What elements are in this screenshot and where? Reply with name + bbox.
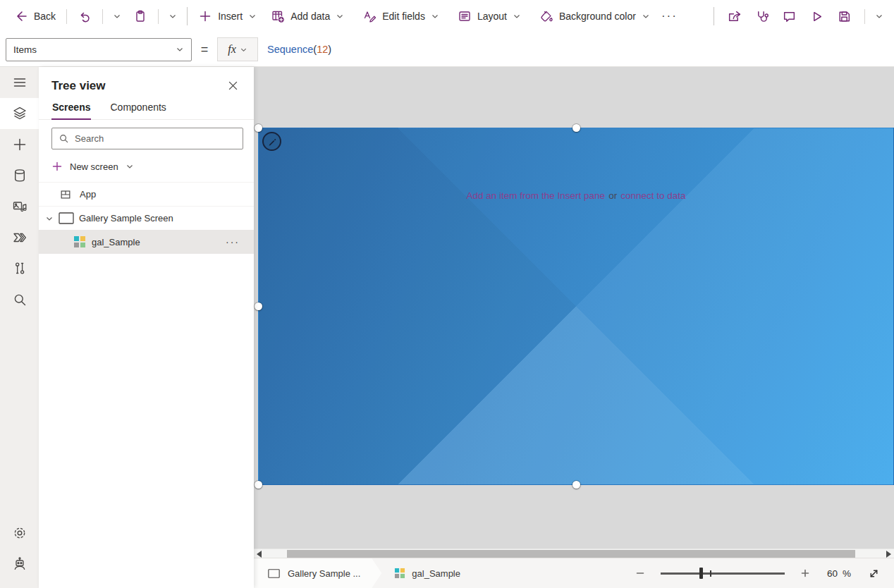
property-selector[interactable]: Items bbox=[6, 38, 192, 61]
chevron-down-icon bbox=[240, 46, 247, 54]
zoom-slider[interactable] bbox=[661, 568, 785, 579]
rail-settings-button[interactable] bbox=[0, 517, 39, 549]
app-icon bbox=[59, 188, 72, 201]
top-toolbar: Back Insert Add data Edit fields Layout … bbox=[0, 0, 894, 32]
background-color-button[interactable]: Background color bbox=[535, 6, 654, 27]
save-button[interactable] bbox=[831, 6, 858, 27]
resize-handle-top-left[interactable] bbox=[255, 124, 262, 132]
edit-pencil-badge[interactable] bbox=[262, 132, 281, 151]
gallery-icon bbox=[395, 568, 405, 578]
edit-fields-icon bbox=[362, 9, 376, 23]
new-screen-label: New screen bbox=[70, 161, 118, 172]
insert-pane-link[interactable]: Add an item from the Insert pane bbox=[467, 190, 606, 201]
background-color-icon bbox=[539, 9, 553, 23]
search-icon bbox=[11, 291, 28, 308]
tree-row-label: gal_Sample bbox=[92, 237, 140, 247]
app-checker-button[interactable] bbox=[748, 6, 776, 27]
fit-to-window-button[interactable] bbox=[865, 565, 883, 582]
divider bbox=[187, 7, 188, 25]
zoom-slider-track[interactable] bbox=[661, 572, 785, 575]
formula-close-paren: ) bbox=[328, 44, 331, 55]
scroll-right-arrow[interactable] bbox=[886, 551, 891, 558]
tree-row-app[interactable]: App bbox=[39, 182, 254, 206]
canvas-area[interactable]: Add an item from the Insert paneorconnec… bbox=[254, 67, 894, 549]
zoom-percentage-value: 60 bbox=[827, 568, 838, 579]
layout-label: Layout bbox=[477, 11, 507, 22]
breadcrumb-gallery[interactable]: gal_Sample bbox=[381, 568, 460, 579]
left-rail bbox=[0, 67, 39, 588]
share-button[interactable] bbox=[721, 6, 748, 27]
gallery-icon bbox=[74, 236, 85, 247]
layout-button[interactable]: Layout bbox=[453, 6, 525, 27]
screen-icon bbox=[268, 569, 280, 578]
resize-handle-left-center[interactable] bbox=[255, 302, 262, 310]
new-screen-button[interactable]: New screen bbox=[51, 156, 241, 177]
fx-button[interactable]: fx bbox=[217, 37, 258, 61]
search-input[interactable] bbox=[75, 133, 236, 144]
comments-button[interactable] bbox=[776, 6, 803, 27]
tree-view-panel: Tree view Screens Components New screen … bbox=[39, 67, 254, 588]
tree-row-gal-sample[interactable]: gal_Sample ··· bbox=[39, 230, 254, 254]
tab-screens[interactable]: Screens bbox=[51, 102, 91, 120]
scroll-left-arrow[interactable] bbox=[257, 551, 262, 558]
toolbar-overflow-button[interactable]: ··· bbox=[654, 9, 685, 23]
close-panel-button[interactable] bbox=[225, 78, 241, 94]
back-arrow-icon bbox=[14, 9, 28, 23]
tab-components[interactable]: Components bbox=[109, 102, 166, 119]
undo-dropdown-chevron[interactable] bbox=[109, 9, 125, 23]
insert-label: Insert bbox=[218, 11, 243, 22]
tree-search-box[interactable] bbox=[51, 128, 243, 149]
plus-icon bbox=[198, 9, 212, 23]
undo-button[interactable] bbox=[73, 6, 96, 27]
play-icon bbox=[809, 9, 824, 24]
insert-button[interactable]: Insert bbox=[194, 6, 261, 27]
formula-input[interactable]: Sequence(12) bbox=[258, 37, 894, 61]
screen-canvas[interactable]: Add an item from the Insert paneorconnec… bbox=[258, 128, 894, 485]
edit-fields-button[interactable]: Edit fields bbox=[358, 6, 443, 27]
resize-handle-bottom-center[interactable] bbox=[572, 481, 580, 489]
paste-dropdown-chevron[interactable] bbox=[165, 9, 180, 23]
connect-to-data-link[interactable]: connect to data bbox=[620, 190, 685, 201]
rail-virtual-agent-button[interactable] bbox=[0, 549, 39, 580]
preview-button[interactable] bbox=[803, 6, 831, 27]
rail-menu-button[interactable] bbox=[0, 67, 39, 98]
tree-row-label: App bbox=[80, 189, 96, 200]
divider bbox=[714, 7, 714, 25]
zoom-out-button[interactable] bbox=[630, 564, 651, 582]
rail-data-button[interactable] bbox=[0, 160, 39, 191]
resize-handle-top-center[interactable] bbox=[572, 124, 580, 132]
rail-advanced-tools-button[interactable] bbox=[0, 253, 39, 284]
chevron-down-icon bbox=[125, 162, 134, 171]
breadcrumb-screen[interactable]: Gallery Sample ... bbox=[254, 558, 381, 588]
clipboard-icon bbox=[133, 9, 147, 23]
minus-icon bbox=[635, 568, 645, 578]
zoom-slider-thumb[interactable] bbox=[699, 568, 703, 579]
paste-button[interactable] bbox=[129, 6, 152, 27]
chevron-down-icon bbox=[336, 12, 344, 20]
expand-diagonal-icon bbox=[868, 568, 880, 580]
chevron-down-icon bbox=[431, 12, 439, 20]
background-color-label: Background color bbox=[559, 11, 636, 22]
fx-label: fx bbox=[228, 43, 236, 56]
add-data-button[interactable]: Add data bbox=[267, 6, 348, 27]
chevron-down-icon bbox=[113, 12, 121, 20]
resize-handle-bottom-left[interactable] bbox=[255, 481, 262, 489]
row-overflow-button[interactable]: ··· bbox=[226, 236, 240, 247]
tree-row-screen[interactable]: Gallery Sample Screen bbox=[39, 206, 254, 230]
rail-tree-view-button[interactable] bbox=[0, 98, 39, 129]
save-dropdown-chevron[interactable] bbox=[871, 9, 887, 23]
rail-power-automate-button[interactable] bbox=[0, 222, 39, 253]
back-button[interactable]: Back bbox=[10, 6, 60, 27]
zoom-in-button[interactable] bbox=[795, 564, 816, 582]
rail-search-button[interactable] bbox=[0, 284, 39, 315]
save-icon bbox=[837, 9, 852, 24]
horizontal-scrollbar[interactable] bbox=[254, 549, 894, 558]
tree-view-layers-icon bbox=[11, 105, 28, 122]
property-selector-value: Items bbox=[13, 44, 37, 55]
toolbar-right-group bbox=[707, 6, 887, 27]
rail-media-button[interactable] bbox=[0, 191, 39, 222]
scrollbar-thumb[interactable] bbox=[287, 550, 855, 558]
chevron-down-icon[interactable] bbox=[45, 214, 54, 223]
chevron-down-icon bbox=[169, 12, 177, 20]
rail-insert-button[interactable] bbox=[0, 129, 39, 160]
